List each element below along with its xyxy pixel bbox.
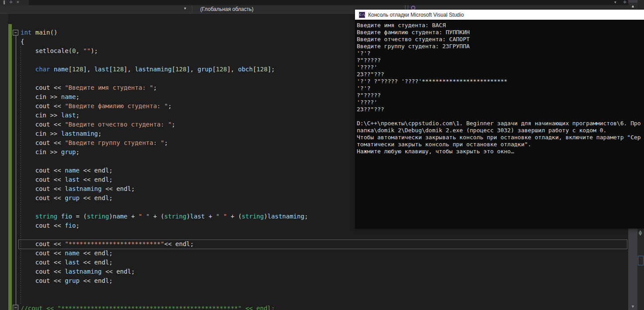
console-output: Введите имя студента: ВАСЯВведите фамили… bbox=[355, 20, 644, 229]
code-line[interactable]: cout << lastnaming << endl; bbox=[0, 267, 628, 276]
chevron-down-icon[interactable]: ▾ bbox=[614, 0, 616, 5]
handle-icon[interactable]: ❚ bbox=[3, 0, 6, 4]
console-icon: C:\ bbox=[359, 12, 365, 18]
top-toolbar: ❚ ✛ ✕ ▾ ✛ bbox=[0, 0, 644, 5]
code-line[interactable]: cout << grup << endl; bbox=[0, 276, 628, 285]
right-panel-icon[interactable] bbox=[638, 256, 644, 265]
console-line: ?"????? bbox=[357, 57, 644, 64]
toolbar-right-icons: ▾ ✛ bbox=[614, 0, 627, 5]
chevron-down-icon[interactable]: ▾ bbox=[184, 6, 186, 11]
fold-collapse-icon[interactable]: − bbox=[13, 30, 18, 35]
right-panel-fragment-text: ф bbox=[639, 229, 642, 236]
code-line[interactable]: cout << name << endl; bbox=[0, 249, 628, 258]
close-icon[interactable]: ✕ bbox=[16, 0, 20, 4]
console-line: '????' bbox=[357, 99, 644, 106]
member-dropdown[interactable] bbox=[0, 5, 192, 13]
console-line: папка\domik 2\Debug\domik 2.exe (процесс… bbox=[357, 127, 644, 134]
scroll-down-icon[interactable]: ▼ bbox=[628, 303, 637, 310]
current-code-line[interactable]: cout << "*************************"<< en… bbox=[0, 240, 628, 249]
scroll-up-icon[interactable]: ▲ bbox=[628, 3, 637, 10]
console-line: '?'? bbox=[357, 85, 644, 92]
code-line[interactable]: cout << last << endl; bbox=[0, 258, 628, 267]
console-line: Введите группу студента: 23ГРУППА bbox=[357, 43, 644, 50]
console-line: '?'? ?"????? '????'*********************… bbox=[357, 78, 644, 85]
console-line: 23??"??? bbox=[357, 71, 644, 78]
console-line bbox=[357, 113, 644, 120]
toolbar-fragment bbox=[405, 5, 408, 10]
console-line: '?'? bbox=[357, 50, 644, 57]
scope-dropdown-label: (Глобальная область) bbox=[200, 6, 254, 12]
pin-icon[interactable]: ✛ bbox=[623, 0, 627, 5]
console-title: Консоль отладки Microsoft Visual Studio bbox=[368, 12, 464, 18]
code-line[interactable] bbox=[0, 295, 628, 304]
console-line: ?"????? bbox=[357, 92, 644, 99]
console-line: томатически закрыть консоль при остановк… bbox=[357, 141, 644, 148]
console-line: Нажмите любую клавишу, чтобы закрыть это… bbox=[357, 148, 644, 155]
console-line: Введите имя студента: ВАСЯ bbox=[357, 22, 644, 29]
console-line: 23??"??? bbox=[357, 106, 644, 113]
debug-console-window: C:\ Консоль отладки Microsoft Visual Stu… bbox=[355, 10, 644, 229]
pin-icon[interactable]: ✛ bbox=[10, 0, 13, 4]
console-line: D:\C++\проекты\cppstudio.com\1. Beginner… bbox=[357, 120, 644, 127]
code-line[interactable] bbox=[0, 230, 628, 240]
console-line: Введите фамилию студента: ПУППКИН bbox=[357, 29, 644, 36]
console-titlebar[interactable]: C:\ Консоль отладки Microsoft Visual Stu… bbox=[355, 10, 644, 20]
console-line: Чтобы автоматически закрывать консоль пр… bbox=[357, 134, 644, 141]
fold-collapse-icon[interactable]: − bbox=[13, 305, 18, 310]
console-line: '????' bbox=[357, 64, 644, 71]
code-line[interactable]: //cout << "*****************************… bbox=[0, 304, 628, 310]
console-line: Введите отчество студента: САПОРТ bbox=[357, 36, 644, 43]
toolbar-icon-cluster: ❚ ✛ ✕ bbox=[0, 0, 29, 5]
code-line[interactable] bbox=[0, 285, 628, 295]
